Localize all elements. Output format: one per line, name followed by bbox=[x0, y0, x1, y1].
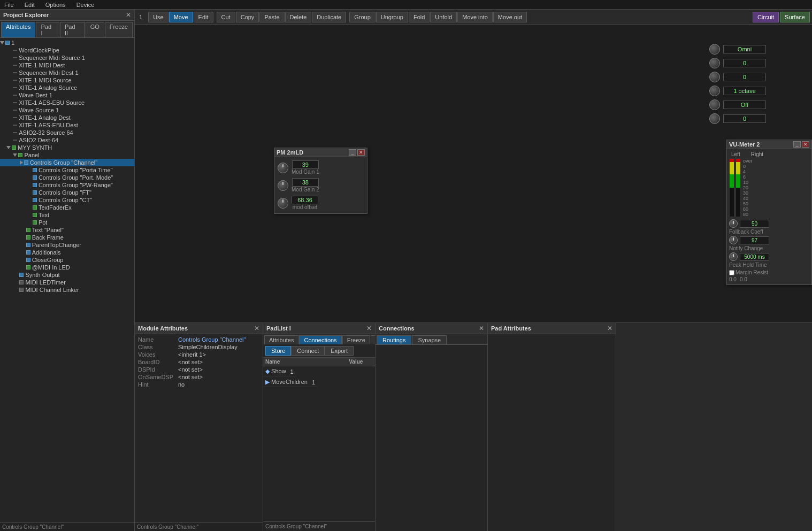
padlist-row-show[interactable]: ◆ Show 1 bbox=[263, 366, 347, 377]
padlist-row-movechildren[interactable]: ▶ MoveChildren 1 bbox=[263, 377, 347, 388]
menu-edit[interactable]: Edit bbox=[22, 2, 37, 8]
ctrl-val-4[interactable]: 1 octave bbox=[723, 87, 766, 95]
tree-item[interactable]: XITE-1 Analog Source bbox=[0, 84, 134, 91]
ctrl-knob-1[interactable] bbox=[709, 44, 720, 55]
btn-unfold[interactable]: Unfold bbox=[430, 12, 457, 22]
tree-item[interactable]: Controls Group "CT" bbox=[0, 196, 134, 204]
tree-item[interactable]: Panel bbox=[0, 151, 134, 159]
vu-tr-minimize[interactable]: _ bbox=[793, 141, 801, 148]
padlist-tab-freeze[interactable]: Freeze bbox=[342, 335, 370, 344]
tree-item[interactable]: Back Frame bbox=[0, 234, 134, 241]
btn-edit[interactable]: Edit bbox=[194, 12, 213, 22]
btn-fold[interactable]: Fold bbox=[409, 12, 430, 22]
btn-group[interactable]: Group bbox=[349, 12, 376, 22]
pm-value-1[interactable]: 39 bbox=[292, 160, 319, 169]
tree-item[interactable]: TextFaderEx bbox=[0, 204, 134, 211]
padlist-connect-btn[interactable]: Connect bbox=[291, 346, 325, 356]
btn-delete[interactable]: Delete bbox=[285, 12, 312, 22]
tab-freeze[interactable]: Freeze bbox=[105, 22, 133, 37]
padlist-tab-attributes[interactable]: Attributes bbox=[264, 335, 298, 344]
ctrl-knob-6[interactable] bbox=[709, 113, 720, 124]
project-explorer-close[interactable]: ✕ bbox=[126, 11, 131, 19]
tree-item[interactable]: Pot bbox=[0, 219, 134, 226]
tree-item[interactable]: ParentTopChanger bbox=[0, 241, 134, 249]
pm-value-2[interactable]: 38 bbox=[292, 178, 319, 187]
vu-tr-close[interactable]: ✕ bbox=[802, 141, 809, 148]
btn-cut[interactable]: Cut bbox=[217, 12, 235, 22]
tree-item[interactable]: XITE-1 Analog Dest bbox=[0, 114, 134, 121]
ctrl-knob-5[interactable] bbox=[709, 99, 720, 110]
btn-move[interactable]: Move bbox=[169, 12, 193, 22]
vu-tr-val-1[interactable]: 50 bbox=[740, 220, 769, 228]
tree-item[interactable]: Controls Group "Porta Time" bbox=[0, 166, 134, 174]
module-attrs-close[interactable]: ✕ bbox=[254, 325, 259, 332]
ctrl-val-3[interactable]: 0 bbox=[723, 73, 766, 81]
tree-item[interactable]: ASIO2 Dest-64 bbox=[0, 136, 134, 144]
btn-surface[interactable]: Surface bbox=[780, 12, 810, 22]
btn-ungroup[interactable]: Ungroup bbox=[376, 12, 408, 22]
tree-area[interactable]: 1 WordClockPipe Sequencer Midi Source 1 … bbox=[0, 38, 134, 522]
vu-tr-checkbox[interactable] bbox=[729, 270, 734, 275]
vu-tr-val-3[interactable]: 5000 ms bbox=[740, 253, 769, 261]
pad-attrs-close[interactable]: ✕ bbox=[607, 325, 612, 332]
btn-copy[interactable]: Copy bbox=[236, 12, 259, 22]
btn-duplicate[interactable]: Duplicate bbox=[312, 12, 346, 22]
btn-circuit[interactable]: Circuit bbox=[753, 12, 779, 22]
tree-item[interactable]: CloseGroup bbox=[0, 256, 134, 264]
tree-item[interactable]: Text bbox=[0, 211, 134, 219]
pm-knob-2[interactable] bbox=[278, 180, 288, 191]
conn-tab-synapse[interactable]: Synapse bbox=[412, 335, 447, 344]
tree-item[interactable]: WordClockPipe bbox=[0, 47, 134, 54]
tree-item[interactable]: Sequencer Midi Source 1 bbox=[0, 54, 134, 61]
tree-item[interactable]: MIDI LEDTimer bbox=[0, 279, 134, 286]
tree-item[interactable]: MYY SYNTH bbox=[0, 144, 134, 151]
padlist-export-btn[interactable]: Export bbox=[325, 346, 354, 356]
btn-paste[interactable]: Paste bbox=[259, 12, 284, 22]
tab-pad1[interactable]: Pad I bbox=[36, 22, 59, 37]
tree-item[interactable]: Controls Group "Channel" bbox=[0, 159, 134, 166]
menu-options[interactable]: Options bbox=[43, 2, 68, 8]
tab-go[interactable]: GO bbox=[86, 22, 104, 37]
pm-value-3[interactable]: 68.36 bbox=[292, 196, 318, 204]
vu-tr-knob-3[interactable] bbox=[729, 252, 738, 261]
tree-item[interactable]: Sequencer Midi Dest 1 bbox=[0, 69, 134, 76]
pm-minimize[interactable]: _ bbox=[349, 149, 356, 156]
tree-item[interactable]: Wave Dest 1 bbox=[0, 91, 134, 99]
tree-item[interactable]: Additionals bbox=[0, 249, 134, 256]
menu-device[interactable]: Device bbox=[74, 2, 97, 8]
pm-knob-3[interactable] bbox=[278, 198, 288, 209]
ctrl-val-6[interactable]: 0 bbox=[723, 114, 766, 123]
pm-knob-1[interactable] bbox=[278, 163, 288, 173]
tree-item[interactable]: XITE-1 AES-EBU Source bbox=[0, 99, 134, 106]
connections-close[interactable]: ✕ bbox=[479, 325, 484, 332]
ctrl-knob-2[interactable] bbox=[709, 58, 720, 68]
vu-tr-val-2[interactable]: 97 bbox=[740, 236, 769, 244]
btn-use[interactable]: Use bbox=[148, 12, 168, 22]
ctrl-val-2[interactable]: 0 bbox=[723, 59, 766, 67]
btn-move-into[interactable]: Move into bbox=[457, 12, 493, 22]
tree-item[interactable]: Text "Panel" bbox=[0, 226, 134, 234]
padlist-tab-connections[interactable]: Connections bbox=[299, 335, 341, 344]
conn-tab-routings[interactable]: Routings bbox=[377, 335, 411, 344]
ctrl-val-1[interactable]: Omni bbox=[723, 45, 766, 53]
tree-item[interactable]: @MIDI In LED bbox=[0, 264, 134, 271]
padlist-store-btn[interactable]: Store bbox=[265, 346, 291, 356]
tab-pad2[interactable]: Pad II bbox=[60, 22, 85, 37]
ctrl-knob-4[interactable] bbox=[709, 86, 720, 96]
btn-move-out[interactable]: Move out bbox=[493, 12, 527, 22]
vu-tr-title-bar[interactable]: VU-Meter 2 _ ✕ bbox=[727, 140, 811, 149]
vu-tr-knob-1[interactable] bbox=[729, 219, 738, 228]
ctrl-val-5[interactable]: Off bbox=[723, 101, 766, 109]
tree-item[interactable]: Controls Group "PW-Range" bbox=[0, 181, 134, 189]
tree-item[interactable]: ASIO2-32 Source 64 bbox=[0, 129, 134, 136]
tab-attributes[interactable]: Attributes bbox=[1, 22, 35, 37]
tree-item[interactable]: Controls Group "FT" bbox=[0, 189, 134, 196]
tree-item[interactable]: MIDI Channel Linker bbox=[0, 286, 134, 294]
tree-item[interactable]: Wave Source 1 bbox=[0, 106, 134, 114]
tree-item[interactable]: XITE-1 AES-EBU Dest bbox=[0, 121, 134, 129]
vu-tr-knob-2[interactable] bbox=[729, 236, 738, 244]
tree-item[interactable]: XITE-1 MIDI Source bbox=[0, 76, 134, 84]
tree-item[interactable]: 1 bbox=[0, 39, 134, 47]
tree-item[interactable]: XITE-1 MIDI Dest bbox=[0, 61, 134, 69]
tree-item[interactable]: Synth Output bbox=[0, 271, 134, 279]
